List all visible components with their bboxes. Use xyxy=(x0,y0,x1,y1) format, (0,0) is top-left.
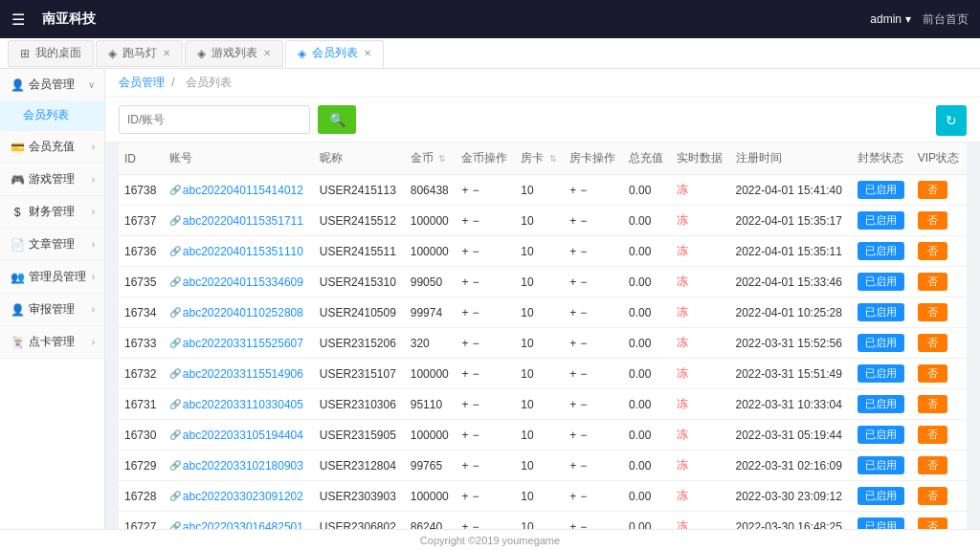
sidebar-item-finance-management[interactable]: $ 财务管理 › xyxy=(0,196,104,228)
vip-status-btn[interactable]: 否 xyxy=(918,242,947,260)
card-plus-btn[interactable]: + xyxy=(569,184,576,197)
tab-games[interactable]: ◈ 游戏列表 ✕ xyxy=(185,40,283,67)
sidebar-item-game-management[interactable]: 🎮 游戏管理 › xyxy=(0,164,104,195)
user-flag-icon: 🔗 xyxy=(169,276,181,287)
user-link[interactable]: 🔗 abc20220401153346​09 xyxy=(169,275,308,289)
card-plus-btn[interactable]: + xyxy=(569,214,576,228)
card-plus-btn[interactable]: + xyxy=(569,275,576,289)
breadcrumb-member-list: 会员列表 xyxy=(186,76,232,89)
cell-coins: 95110 xyxy=(405,389,457,420)
home-link[interactable]: 前台首页 xyxy=(923,11,969,28)
coin-plus-btn[interactable]: + xyxy=(461,398,468,411)
sidebar-item-card-management[interactable]: 🃏 点卡管理 › xyxy=(0,326,104,358)
cell-card-ops: + − xyxy=(564,359,623,389)
card-plus-btn[interactable]: + xyxy=(569,459,576,473)
sidebar-item-article-management[interactable]: 📄 文章管理 › xyxy=(0,229,104,260)
cell-realtime: 冻 xyxy=(671,512,730,530)
cell-reg-time: 2022-03-31 15:51:49 xyxy=(730,359,852,389)
card-plus-btn[interactable]: + xyxy=(569,398,576,411)
vip-status-btn[interactable]: 否 xyxy=(918,273,947,291)
table-row: 16734 🔗 abc20220401102528​08 USER2410509… xyxy=(119,297,967,328)
user-link[interactable]: 🔗 abc20220331155149​06 xyxy=(169,367,308,381)
tab-marquee-close-icon[interactable]: ✕ xyxy=(163,48,170,58)
coin-plus-btn[interactable]: + xyxy=(461,245,468,258)
user-link[interactable]: 🔗 abc20220331021809​03 xyxy=(169,459,308,473)
sidebar-item-member-list[interactable]: 会员列表 xyxy=(0,100,104,130)
tab-games-close-icon[interactable]: ✕ xyxy=(263,48,271,58)
user-link[interactable]: 🔗 abc20220331155256​07 xyxy=(169,337,308,350)
cell-coin-ops: + − xyxy=(456,206,515,236)
sidebar-group-member: 👤 会员管理 ∨ 会员列表 xyxy=(0,69,104,131)
coin-plus-btn[interactable]: + xyxy=(461,459,468,473)
vip-status-btn[interactable]: 否 xyxy=(918,487,947,505)
tab-marquee[interactable]: ◈ 跑马灯 ✕ xyxy=(96,40,183,67)
coin-separator: − xyxy=(472,429,479,442)
vip-status-btn[interactable]: 否 xyxy=(918,517,947,529)
copyright-text: Copyright ©2019 youmegame xyxy=(420,535,560,546)
coin-plus-btn[interactable]: + xyxy=(461,337,468,350)
tab-desktop[interactable]: ⊞ 我的桌面 xyxy=(8,40,94,67)
vip-status-btn[interactable]: 否 xyxy=(918,303,947,321)
coin-plus-btn[interactable]: + xyxy=(461,490,468,503)
vip-status-btn[interactable]: 否 xyxy=(918,395,947,413)
cell-coin-ops: + − xyxy=(456,451,515,481)
coin-plus-btn[interactable]: + xyxy=(461,275,468,289)
admin-user-menu[interactable]: admin ▾ xyxy=(870,12,911,26)
card-plus-btn[interactable]: + xyxy=(569,245,576,258)
user-link[interactable]: 🔗 abc20220401102528​08 xyxy=(169,306,308,319)
card-separator: − xyxy=(580,245,587,258)
coin-plus-btn[interactable]: + xyxy=(461,367,468,381)
search-button[interactable]: 🔍 xyxy=(318,105,356,134)
coin-plus-btn[interactable]: + xyxy=(461,520,468,530)
cell-id: 16738 xyxy=(119,175,164,206)
coin-plus-btn[interactable]: + xyxy=(461,184,468,197)
coin-plus-btn[interactable]: + xyxy=(461,306,468,319)
tab-members[interactable]: ◈ 会员列表 ✕ xyxy=(285,40,384,67)
user-link[interactable]: 🔗 abc20220330164825​01 xyxy=(169,520,308,530)
cell-realtime: 冻 xyxy=(671,389,730,420)
cell-realtime: 冻 xyxy=(671,451,730,481)
vip-status-btn[interactable]: 否 xyxy=(918,211,947,230)
sidebar-item-admin-management[interactable]: 👥 管理员管理 › xyxy=(0,261,104,293)
ban-status-badge: 已启用 xyxy=(858,242,904,260)
card-plus-btn[interactable]: + xyxy=(569,429,576,442)
content-area: 会员管理 / 会员列表 🔍 ↻ ID 账号 昵称 xyxy=(105,69,980,529)
coin-plus-btn[interactable]: + xyxy=(461,429,468,442)
vip-status-btn[interactable]: 否 xyxy=(918,181,947,199)
user-link[interactable]: 🔗 abc20220401153511​10 xyxy=(169,245,308,258)
user-link[interactable]: 🔗 abc20220331103304​05 xyxy=(169,398,308,411)
cell-id: 16729 xyxy=(119,451,164,481)
cell-card: 10 xyxy=(515,481,564,512)
vip-status-btn[interactable]: 否 xyxy=(918,426,947,444)
card-plus-btn[interactable]: + xyxy=(569,520,576,530)
vip-status-btn[interactable]: 否 xyxy=(918,334,947,352)
tab-marquee-icon: ◈ xyxy=(108,47,117,60)
cell-coin-ops: + − xyxy=(456,389,515,420)
cell-coin-ops: + − xyxy=(456,175,515,206)
card-plus-btn[interactable]: + xyxy=(569,337,576,350)
user-link[interactable]: 🔗 abc20220401153517​11 xyxy=(169,214,308,228)
sidebar-item-member-recharge[interactable]: 💳 会员充值 › xyxy=(0,131,104,163)
tab-members-close-icon[interactable]: ✕ xyxy=(364,48,371,58)
card-plus-btn[interactable]: + xyxy=(569,306,576,319)
ban-status-badge: 已启用 xyxy=(858,334,904,352)
refresh-button[interactable]: ↻ xyxy=(936,105,967,136)
user-link[interactable]: 🔗 abc20220330230912​02 xyxy=(169,490,308,503)
card-plus-btn[interactable]: + xyxy=(569,490,576,503)
card-plus-btn[interactable]: + xyxy=(569,367,576,381)
cell-id: 16733 xyxy=(119,328,164,359)
user-link[interactable]: 🔗 abc20220331051944​04 xyxy=(169,429,308,442)
breadcrumb-member-management[interactable]: 会员管理 xyxy=(119,76,165,89)
cell-vip-status: 否 xyxy=(912,420,967,451)
search-input[interactable] xyxy=(119,105,310,134)
vip-status-btn[interactable]: 否 xyxy=(918,456,947,474)
menu-toggle-icon[interactable]: ☰ xyxy=(11,11,25,29)
coin-plus-btn[interactable]: + xyxy=(461,214,468,228)
vip-status-btn[interactable]: 否 xyxy=(918,364,947,383)
cell-reg-time: 2022-03-31 05:19:44 xyxy=(730,420,852,451)
user-link[interactable]: 🔗 abc20220401154140​12 xyxy=(169,184,308,197)
tab-bar: ⊞ 我的桌面 ◈ 跑马灯 ✕ ◈ 游戏列表 ✕ ◈ 会员列表 ✕ xyxy=(0,38,980,69)
sidebar-item-member-management[interactable]: 👤 会员管理 ∨ xyxy=(0,69,104,100)
member-table: ID 账号 昵称 金币 ⇅ 金币操作 房卡 ⇅ 房卡操作 总充值 实时数据 注册… xyxy=(119,143,967,529)
sidebar-item-audit-management[interactable]: 👤 审报管理 › xyxy=(0,294,104,325)
